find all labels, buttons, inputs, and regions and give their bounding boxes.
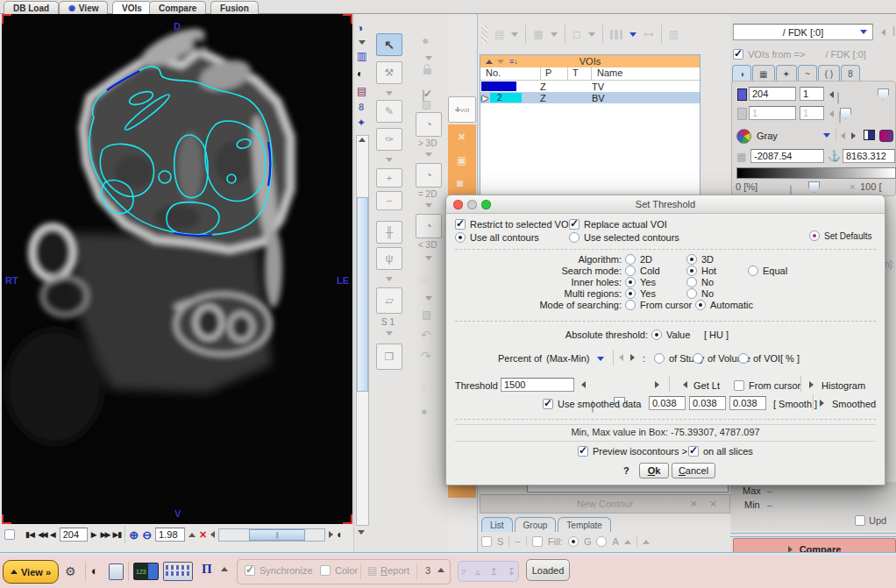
keyboard-tool-icon[interactable] <box>163 562 193 581</box>
scrollbar-left-arrow[interactable] <box>210 531 215 538</box>
layout-icon[interactable]: ◑ <box>357 23 363 33</box>
color-option[interactable]: Color <box>320 565 358 576</box>
move-bottom-icon[interactable]: ↧ <box>508 566 516 577</box>
open-voi-icon[interactable]: ▤ <box>494 29 504 39</box>
maximize-window-button[interactable] <box>481 200 491 209</box>
link-icon[interactable]: 8 <box>359 102 364 112</box>
col-name[interactable]: Name <box>592 67 700 80</box>
invert-display-icon[interactable]: ◐ <box>91 565 98 577</box>
new-contour-bar[interactable]: New Contour ✕ ✕ <box>480 494 730 514</box>
interpolate-tool-button[interactable]: ╫ <box>376 221 402 244</box>
layout-dropdown[interactable] <box>359 40 366 45</box>
percent-spin-down[interactable] <box>619 354 623 361</box>
toolbar-drag-handle[interactable] <box>481 25 487 43</box>
plane-count-field[interactable]: 1 <box>800 87 824 101</box>
loaded-status-button[interactable]: Loaded <box>526 559 570 581</box>
smooth-y-field[interactable]: 0.038 <box>689 396 726 410</box>
move-down-icon[interactable]: ▿ <box>461 566 466 577</box>
get-lt-button[interactable]: Get Lt <box>693 380 720 391</box>
zoom-out-icon[interactable]: ⊖ <box>142 528 152 542</box>
cancel-button[interactable]: Cancel <box>672 463 715 478</box>
gray-gradient-bar[interactable] <box>736 167 896 179</box>
minus-icon[interactable]: − <box>515 536 520 547</box>
ct-image-viewport[interactable]: D RT LE V <box>2 14 352 524</box>
calculator-icon[interactable] <box>109 563 124 580</box>
multi-regions-yes[interactable]: Yes <box>625 288 656 299</box>
from-cursor-option[interactable]: From cursor <box>734 380 800 391</box>
pmod-tool-icon[interactable]: Π <box>202 562 212 577</box>
mode-automatic[interactable]: Automatic <box>695 300 753 310</box>
key-icon[interactable]: ⊶ <box>644 29 654 39</box>
add-contour-button[interactable]: + <box>376 168 402 188</box>
tab-layout[interactable]: ▦ <box>752 65 774 81</box>
nav-last-icon[interactable]: ▶▮ <box>112 530 121 539</box>
zoom-in-icon[interactable]: ⊕ <box>129 528 139 542</box>
iso-3d-down-button[interactable]: ◔ <box>416 214 442 238</box>
histogram-arrow[interactable] <box>809 381 814 388</box>
col-t[interactable]: T <box>568 67 592 80</box>
view-menu-button[interactable]: View » <box>3 560 59 584</box>
lock-icon[interactable] <box>423 68 431 74</box>
printer-icon[interactable]: ▤ <box>357 86 366 96</box>
tab-link[interactable]: 8 <box>841 65 860 81</box>
voi-snapshot-icon[interactable]: ◙ <box>457 177 463 189</box>
iso-dropdown-4[interactable] <box>425 256 432 260</box>
slice-scroll-thumb[interactable] <box>357 197 368 392</box>
percent-of-voi[interactable]: of VOI <box>738 353 780 364</box>
use-smoothed-option[interactable]: Use smoothed data <box>543 399 641 409</box>
close-window-button[interactable] <box>453 200 463 209</box>
slice-scroll-up[interactable] <box>359 138 366 142</box>
brush-tool-button[interactable]: ✑ <box>376 128 402 151</box>
smoothed-button[interactable]: Smoothed <box>832 399 876 409</box>
power-icon[interactable]: ● <box>421 405 428 418</box>
tab-template[interactable]: Template <box>558 517 611 532</box>
tools-collapse[interactable] <box>221 567 228 571</box>
tab-brackets[interactable]: ( ) <box>818 65 840 81</box>
preview-isocontours-option[interactable]: Preview isocontours > <box>578 446 687 457</box>
window-max-field[interactable]: 8163.312 <box>843 149 895 163</box>
nav-first-icon[interactable]: ▮◀ <box>25 530 34 539</box>
ok-button[interactable]: Ok <box>639 463 669 478</box>
overlay-dropdown[interactable] <box>588 32 595 37</box>
vois-from-checkbox[interactable] <box>733 49 743 60</box>
layout-count-up[interactable] <box>437 568 444 572</box>
move-up-icon[interactable]: ▵ <box>475 566 480 577</box>
options-collapse[interactable] <box>643 540 650 544</box>
search-cold[interactable]: Cold <box>625 266 660 276</box>
plane-decrement[interactable] <box>829 91 834 98</box>
update-checkbox[interactable] <box>855 515 865 526</box>
s-checkbox[interactable] <box>481 536 492 547</box>
viewer-checkbox[interactable] <box>4 529 15 540</box>
set-defaults-option[interactable]: Set Defaults <box>809 230 871 241</box>
display-mode-icon[interactable]: ▥ <box>357 51 366 61</box>
save-voi-dropdown[interactable] <box>551 32 558 37</box>
plane-slider[interactable] <box>837 92 839 104</box>
tab-vois[interactable]: VOIs <box>112 1 152 14</box>
layout-count[interactable]: 3 <box>425 565 430 576</box>
iso-dropdown-1[interactable] <box>425 56 432 60</box>
new-contour-close-icon[interactable]: ✕ <box>690 499 698 510</box>
redo-icon[interactable]: ↷ <box>421 349 431 363</box>
tab-windowing[interactable]: ◑ <box>732 65 751 81</box>
synchronize-option[interactable]: Synchronize <box>245 565 313 576</box>
remove-contour-button[interactable]: − <box>376 191 402 210</box>
percent-spin-up[interactable] <box>630 354 635 361</box>
eraser-3d-tool-button[interactable]: ❒ <box>376 344 402 370</box>
help-button[interactable]: ? <box>623 465 629 476</box>
slice-number-field[interactable]: 204 <box>60 528 88 542</box>
dicom-tool-icon[interactable]: 123 <box>133 563 159 580</box>
region-grow-tool-button[interactable]: ψ <box>376 247 402 270</box>
iso-dropdown-2[interactable] <box>425 152 432 157</box>
statistics-dropdown[interactable] <box>629 32 636 37</box>
strip-bottom-dropdown[interactable] <box>358 530 365 535</box>
study-selector-dropdown[interactable]: / FDK [:0] <box>733 24 873 40</box>
contrast-icon[interactable]: ◐ <box>357 68 363 79</box>
nav-fast-prev-icon[interactable]: ◀◀ <box>38 530 46 539</box>
col-no[interactable]: No. <box>480 67 541 80</box>
on-all-slices-option[interactable]: on all slices <box>688 446 753 457</box>
iso-dropdown-3[interactable] <box>425 203 432 208</box>
replace-voi-option[interactable]: Replace actual VOI <box>569 219 667 230</box>
dialog-titlebar[interactable]: Set Threshold <box>446 195 885 214</box>
viewer-scrollbar[interactable]: ∥ <box>218 528 325 542</box>
tab-compare[interactable]: Compare <box>149 1 206 14</box>
